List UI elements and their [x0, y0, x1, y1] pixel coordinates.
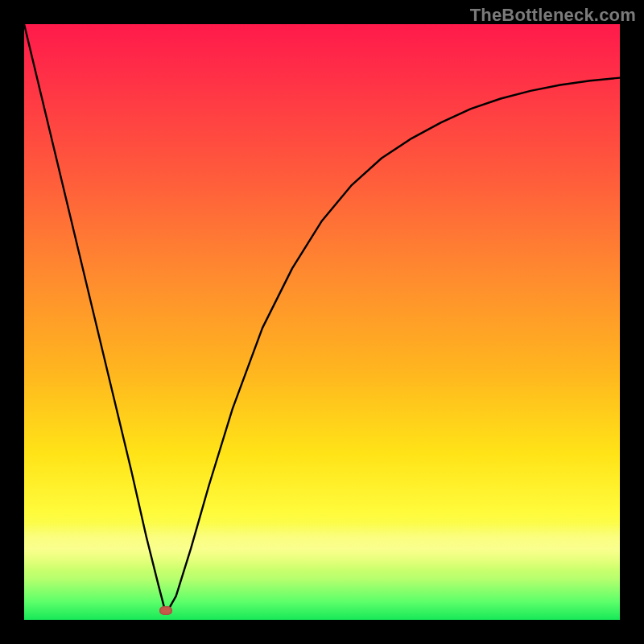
plot-area: [24, 24, 620, 620]
chart-frame: TheBottleneck.com: [0, 0, 644, 644]
min-point-marker: [159, 606, 172, 615]
watermark-text: TheBottleneck.com: [470, 5, 636, 26]
bottleneck-curve: [24, 24, 620, 620]
